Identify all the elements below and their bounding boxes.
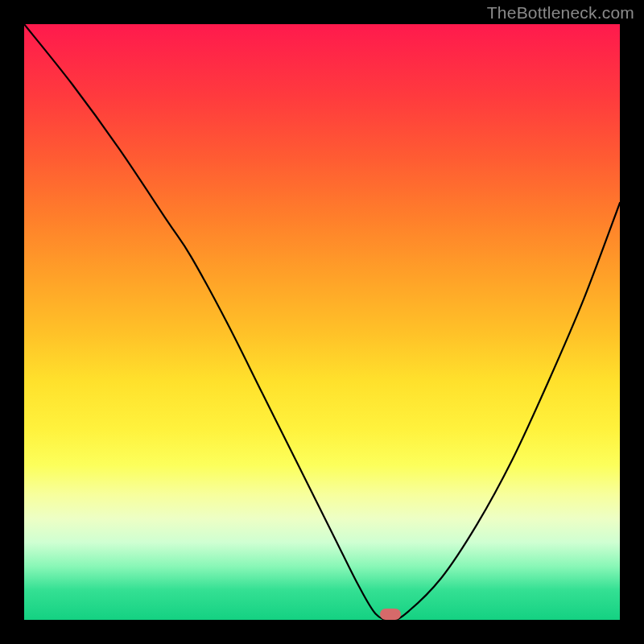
curve-svg	[24, 24, 620, 620]
chart-container: TheBottleneck.com	[0, 0, 644, 644]
bottleneck-curve	[24, 24, 620, 620]
watermark-text: TheBottleneck.com	[487, 3, 634, 23]
plot-area	[24, 24, 620, 620]
minimum-marker	[380, 609, 401, 620]
